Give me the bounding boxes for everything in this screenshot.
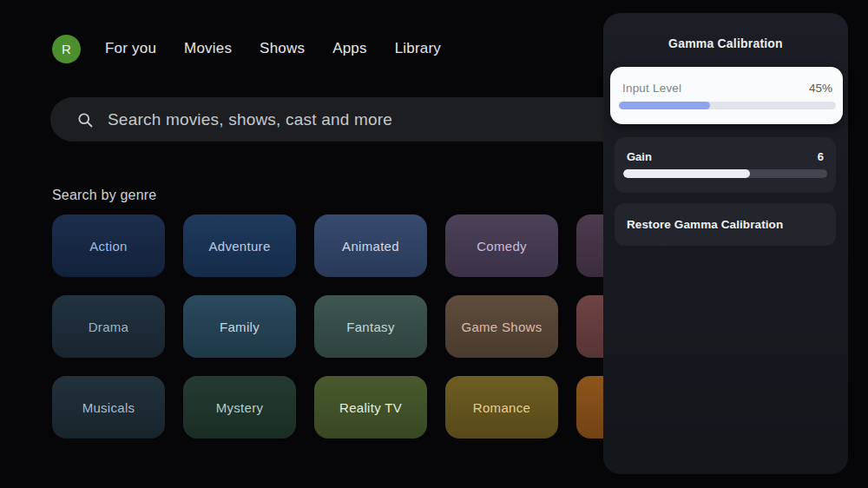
genre-tile-adventure[interactable]: Adventure (183, 214, 296, 277)
genre-tile-label: Fantasy (346, 320, 394, 334)
nav-item-for-you[interactable]: For you (105, 40, 156, 57)
nav-item-library[interactable]: Library (395, 40, 441, 57)
input-level-slider[interactable]: Input Level 45% (610, 67, 843, 124)
genre-tile-label: Action (89, 239, 128, 254)
restore-gamma-label: Restore Gamma Calibration (627, 218, 783, 231)
genre-tile-label: Family (220, 320, 260, 334)
nav-items: For youMoviesShowsAppsLibrary (105, 40, 441, 57)
genre-tile-label: Game Shows (461, 320, 542, 334)
genre-tile-game-shows[interactable]: Game Shows (445, 295, 558, 358)
nav-item-movies[interactable]: Movies (184, 40, 232, 57)
top-navigation: R For youMoviesShowsAppsLibrary (52, 34, 441, 63)
gain-fill (623, 169, 750, 178)
gamma-calibration-panel: Gamma Calibration Input Level 45% Gain 6… (603, 13, 848, 474)
genre-tile-romance[interactable]: Romance (445, 376, 558, 439)
genre-tile-label: Adventure (208, 239, 270, 254)
genre-tile-label: Animated (342, 239, 399, 254)
genre-tile-action[interactable]: Action (52, 214, 165, 277)
gain-label: Gain (627, 150, 652, 163)
genre-tile-fantasy[interactable]: Fantasy (314, 295, 427, 358)
genre-tile-label: Mystery (216, 400, 264, 415)
genre-tile-mystery[interactable]: Mystery (183, 376, 296, 439)
input-level-label: Input Level (622, 82, 681, 95)
panel-title: Gamma Calibration (603, 36, 848, 50)
gain-value: 6 (818, 150, 824, 163)
genre-tile-family[interactable]: Family (183, 295, 296, 358)
nav-item-apps[interactable]: Apps (332, 40, 367, 57)
profile-avatar[interactable]: R (52, 35, 81, 63)
input-level-track (619, 102, 836, 109)
input-level-fill (619, 102, 710, 109)
genre-tile-reality-tv[interactable]: Reality TV (314, 376, 427, 439)
genre-tile-label: Drama (89, 320, 129, 334)
input-level-value: 45% (809, 82, 832, 95)
nav-item-shows[interactable]: Shows (260, 40, 305, 57)
google-tv-search-screen: R For youMoviesShowsAppsLibrary Search m… (0, 0, 868, 488)
genre-tile-musicals[interactable]: Musicals (52, 376, 165, 439)
genre-tile-animated[interactable]: Animated (314, 214, 427, 277)
genre-tile-drama[interactable]: Drama (52, 295, 165, 358)
genre-tile-label: Musicals (82, 400, 135, 415)
genre-tile-label: Romance (473, 400, 530, 415)
genre-tile-comedy[interactable]: Comedy (445, 214, 558, 277)
genre-tile-label: Comedy (477, 239, 527, 254)
gain-track (623, 169, 827, 178)
gain-slider[interactable]: Gain 6 (615, 137, 836, 193)
genre-tile-label: Reality TV (339, 400, 402, 415)
restore-gamma-button[interactable]: Restore Gamma Calibration (615, 203, 836, 246)
